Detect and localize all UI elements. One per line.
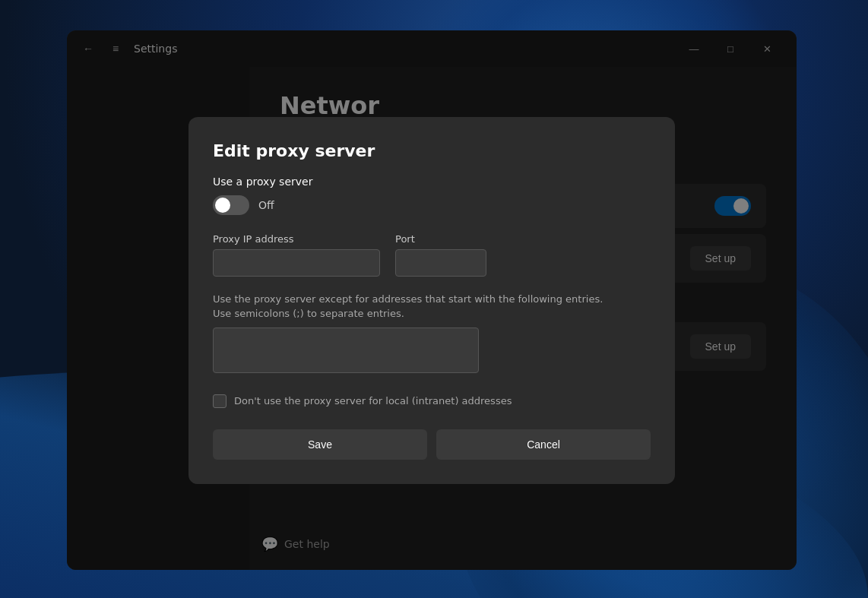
cancel-button[interactable]: Cancel <box>436 429 651 460</box>
port-label: Port <box>395 233 486 245</box>
save-button[interactable]: Save <box>213 429 427 460</box>
local-addresses-label: Don't use the proxy server for local (in… <box>234 395 512 407</box>
use-proxy-server-section: Use a proxy server Off <box>213 176 651 215</box>
proxy-server-toggle[interactable] <box>213 195 249 215</box>
edit-proxy-modal: Edit proxy server Use a proxy server Off… <box>188 117 675 484</box>
proxy-toggle-knob <box>215 198 230 213</box>
exception-info: Use the proxy server except for addresse… <box>213 292 651 321</box>
ip-label: Proxy IP address <box>213 233 380 245</box>
use-proxy-server-label: Use a proxy server <box>213 176 651 188</box>
modal-actions: Save Cancel <box>213 429 651 460</box>
proxy-toggle-label: Off <box>258 199 274 211</box>
local-addresses-checkbox[interactable] <box>213 394 227 408</box>
modal-title: Edit proxy server <box>213 141 651 160</box>
proxy-ip-input[interactable] <box>213 249 380 277</box>
ip-port-fields: Proxy IP address Port <box>213 233 651 277</box>
proxy-port-input[interactable] <box>395 249 486 277</box>
settings-window: ← ≡ Settings — □ ✕ Networ Use a proxy se… <box>67 30 797 570</box>
proxy-toggle-row: Off <box>213 195 651 215</box>
modal-overlay: Edit proxy server Use a proxy server Off… <box>67 30 797 570</box>
exception-section: Use the proxy server except for addresse… <box>213 292 651 376</box>
port-field-group: Port <box>395 233 486 277</box>
ip-field-group: Proxy IP address <box>213 233 380 277</box>
exception-textarea[interactable] <box>213 327 479 373</box>
local-addresses-row: Don't use the proxy server for local (in… <box>213 394 651 408</box>
